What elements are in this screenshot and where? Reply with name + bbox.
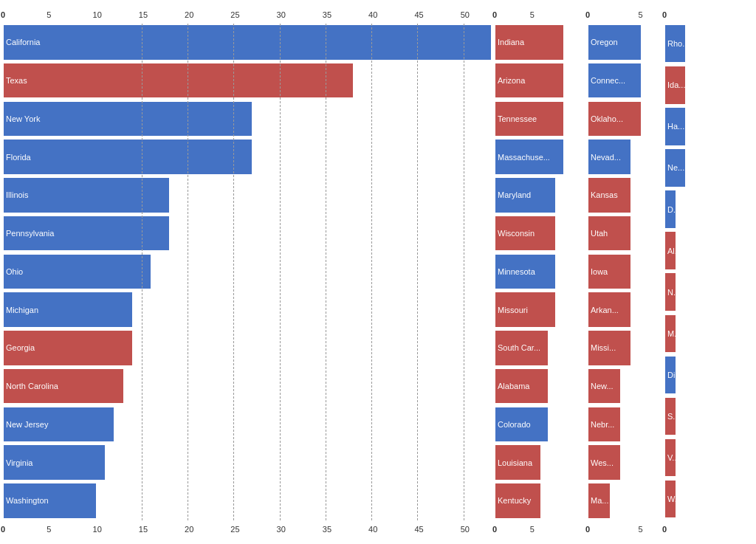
gridline [188,24,188,520]
bar-label-ma...: Ma... [591,496,608,505]
bar-row: Ida... [665,65,715,106]
gridline [464,24,464,520]
chart-panel-col3: 05OregonConnec...Oklaho...Nevad...Kansas… [588,7,662,537]
bar-row: Al... [665,230,715,272]
bar-rho...: Rho... [665,25,685,62]
axis-label-bottom: 0 [662,525,667,534]
axis-label-bottom: 10 [93,525,102,534]
axis-label-top: 40 [368,10,377,19]
axis-label-top: 0 [1,10,5,19]
bar-row: Indiana [495,24,585,62]
bar-washington: Washington [4,483,96,518]
axis-label-bottom: 50 [461,525,470,534]
bar-label-s...: S... [667,412,680,421]
bar-ohio: Ohio [4,255,151,289]
bar-label-m...: M... [667,329,681,338]
bar-row: V... [665,438,715,479]
bar-label-nevad...: Nevad... [591,153,621,162]
bar-m...: M... [665,315,676,352]
bar-new-york: New York [4,102,252,137]
bar-label-arkan...: Arkan... [591,306,619,314]
bar-label-n...: N... [667,288,680,297]
bar-row: Kansas [588,176,662,215]
bar-label-kentucky: Kentucky [498,496,531,505]
bar-row: S... [665,396,715,438]
bar-label-rho...: Rho... [667,39,689,48]
bar-s...: S... [665,398,676,435]
bar-arizona: Arizona [495,63,563,98]
axis-label-bottom: 45 [414,525,423,534]
bar-label-south-car...: South Car... [498,343,540,352]
bar-label-ida...: Ida... [667,80,685,89]
bar-label-texas: Texas [6,76,27,85]
axis-label-top: 0 [662,10,667,19]
bar-label-v...: V... [667,453,679,462]
bar-label-di...: Di... [667,371,682,379]
gridline [280,24,281,520]
bar-kansas: Kansas [588,178,630,213]
bar-al...: Al... [665,232,676,269]
bar-label-ne...: Ne... [667,163,684,172]
axis-label-top: 20 [185,10,193,19]
axis-label-top: 0 [492,10,497,19]
bar-label-new-york: New York [6,114,40,123]
bar-indiana: Indiana [495,25,563,60]
gridline [233,24,234,520]
bar-label-virginia: Virginia [6,458,33,467]
bar-colorado: Colorado [495,407,548,442]
bar-label-pennsylvania: Pennsylvania [6,229,54,238]
axis-label-bottom: 40 [368,525,377,534]
bar-arkan...: Arkan... [588,292,630,327]
bar-label-new...: New... [591,382,614,390]
bar-row: Missi... [588,329,662,368]
bar-iowa: Iowa [588,255,630,289]
bar-row: D... [665,189,715,230]
bar-v...: V... [665,439,676,476]
bar-label-new-jersey: New Jersey [6,420,48,429]
axis-label-bottom: 25 [230,525,239,534]
bar-label-al...: Al... [667,247,681,255]
bar-new-jersey: New Jersey [4,407,114,442]
bar-row: Oklaho... [588,100,662,139]
bar-virginia: Virginia [4,445,105,480]
bar-maryland: Maryland [495,178,555,213]
bar-label-iowa: Iowa [591,267,608,276]
bar-row: Massachuse... [495,138,585,176]
bar-label-connec...: Connec... [591,76,625,85]
bar-row: Connec... [588,62,662,100]
bar-label-nebr...: Nebr... [591,420,614,429]
bar-row: Di... [665,355,715,396]
bar-di...: Di... [665,357,676,393]
bar-nevad...: Nevad... [588,140,630,174]
bar-row: W... [665,479,715,520]
axis-label-top: 0 [585,10,590,19]
bar-label-w...: W... [667,495,681,503]
bar-label-indiana: Indiana [498,38,524,47]
bar-wisconsin: Wisconsin [495,216,555,251]
bar-michigan: Michigan [4,292,132,327]
axis-label-top: 45 [414,10,423,19]
axis-label-bottom: 5 [47,525,51,534]
bar-ne...: Ne... [665,149,685,186]
bar-row: Louisiana [495,444,585,482]
axis-label-top: 15 [139,10,148,19]
bar-oregon: Oregon [588,25,641,60]
bar-row: South Car... [495,329,585,368]
axis-label-top: 30 [277,10,286,19]
bar-row: Utah [588,215,662,253]
bar-new...: New... [588,369,620,404]
bar-connec...: Connec... [588,63,641,98]
bar-label-michigan: Michigan [6,306,38,314]
axis-label-top: 35 [323,10,331,19]
bar-label-kansas: Kansas [591,190,618,199]
axis-label-top: 25 [230,10,239,19]
chart-panel-main: 05101520253035404550CaliforniaTexasNew Y… [4,7,491,537]
bar-row: Nevad... [588,138,662,176]
bar-label-oklaho...: Oklaho... [591,114,623,123]
bar-row: New... [588,368,662,406]
bar-n...: N... [665,273,676,310]
bar-row: M... [665,314,715,355]
bar-row: Arkan... [588,291,662,329]
chart-panel-col2: 05IndianaArizonaTennesseeMassachuse...Ma… [495,7,585,537]
bar-label-minnesota: Minnesota [498,267,535,276]
